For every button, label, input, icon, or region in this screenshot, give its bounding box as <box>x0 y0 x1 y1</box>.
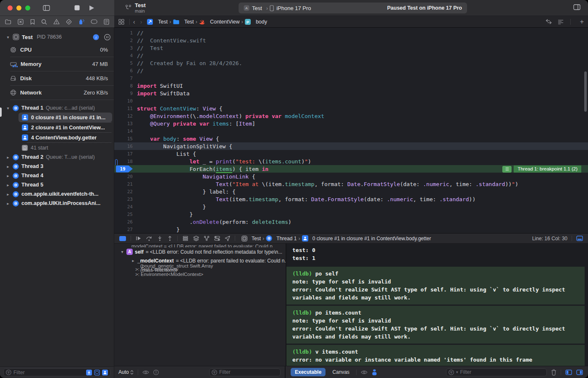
line-number[interactable]: 20 <box>114 174 133 179</box>
close-window-button[interactable] <box>8 5 13 10</box>
breakpoint-actions-icon[interactable]: ☰ <box>502 166 512 173</box>
disclosure-closed-icon[interactable]: ▸ <box>6 201 10 206</box>
debugger-person-icon[interactable] <box>372 369 377 375</box>
scheme-selector[interactable]: A Test › iPhone 17 Pro Paused Test on iP… <box>239 3 467 13</box>
debug-crumb[interactable]: Thread 1 <box>266 235 297 242</box>
disclosure-open-icon[interactable]: ▾ <box>6 106 10 110</box>
line-number[interactable]: 2 <box>114 38 133 43</box>
line-number[interactable]: 27 <box>114 227 133 232</box>
line-number[interactable]: 21 <box>114 181 133 187</box>
thread-row[interactable]: ▸Thread 4 <box>0 171 114 180</box>
debug-crumb[interactable]: Test <box>242 236 261 242</box>
stack-frame-row[interactable]: 41 start <box>18 143 112 152</box>
search-icon[interactable] <box>41 19 47 25</box>
disclosure-closed-icon[interactable]: ▸ <box>131 258 135 263</box>
disclosure-open-icon[interactable]: ▾ <box>6 35 10 39</box>
thread-row[interactable]: ▸com.apple.uikit.eventfetch-th... <box>0 189 114 199</box>
jumpbar-crumb-body[interactable]: Pbody <box>245 19 267 25</box>
toggle-right-inspector-icon[interactable] <box>573 4 580 10</box>
jumpbar-crumb-test[interactable]: Test <box>173 19 194 25</box>
variables-filter-field[interactable]: Filter <box>209 368 281 376</box>
gauge-row-memory[interactable]: Memory47 MB <box>10 57 114 71</box>
line-number[interactable]: 11 <box>114 106 133 111</box>
line-number[interactable]: 14 <box>114 129 133 134</box>
gauge-row-network[interactable]: NetworkZero KB/s <box>10 86 114 100</box>
process-row[interactable]: ▾ Test PID 78636 i <box>6 32 110 42</box>
filter-person-toggle-icon[interactable] <box>102 370 108 375</box>
show-variables-panel-icon[interactable] <box>565 370 572 375</box>
line-number[interactable]: 4 <box>114 53 133 58</box>
toggle-left-sidebar-icon[interactable] <box>43 5 50 11</box>
editor-scrollbar[interactable] <box>584 71 587 112</box>
test-navigator-icon[interactable] <box>66 19 72 25</box>
jumpbar-crumb-contentview[interactable]: ContentView <box>199 19 240 25</box>
line-number[interactable]: 1 <box>114 30 133 36</box>
stack-frame-row[interactable]: 0 closure #1 in closure #1 in... <box>18 113 112 122</box>
step-over-icon[interactable] <box>146 236 152 241</box>
issue-navigator-icon[interactable] <box>53 19 60 24</box>
simulate-location-icon[interactable] <box>225 236 230 241</box>
show-console-panel-icon[interactable] <box>576 370 583 375</box>
continue-execution-icon[interactable] <box>136 236 141 241</box>
info-badge-icon[interactable]: i <box>93 34 99 40</box>
disclosure-closed-icon[interactable]: ▸ <box>6 164 10 169</box>
line-number[interactable]: 9 <box>114 91 133 96</box>
thread-row[interactable]: ▸Thread 5 <box>0 180 114 189</box>
step-out-icon[interactable] <box>167 236 173 241</box>
environment-overrides-icon[interactable] <box>214 236 220 241</box>
canvas-scope-button[interactable]: Canvas <box>330 368 352 376</box>
run-button[interactable] <box>89 5 94 11</box>
minimap-icon[interactable] <box>558 19 564 24</box>
thread-row[interactable]: ▾Thread 1Queue: c...ad (serial) <box>0 103 114 113</box>
line-number[interactable]: 17 <box>114 151 133 157</box>
network-conditions-icon[interactable] <box>204 236 210 241</box>
stop-button[interactable] <box>74 5 80 10</box>
line-number[interactable]: 7 <box>114 76 133 81</box>
eye-icon[interactable] <box>361 370 368 375</box>
add-editor-icon[interactable]: + <box>580 18 584 26</box>
hide-debug-area-icon[interactable] <box>119 236 126 241</box>
zoom-window-button[interactable] <box>25 5 30 10</box>
project-navigator-icon[interactable] <box>5 19 11 24</box>
variables-view[interactable]: _modelContext = <LLDB error: parent fail… <box>114 244 286 366</box>
executable-scope-button[interactable]: Executable <box>291 368 326 376</box>
back-icon[interactable]: ‹ <box>133 18 135 25</box>
thread-row[interactable]: ▸com.apple.UIKit.inProcessAni... <box>0 199 114 208</box>
line-number[interactable]: 25 <box>114 212 133 217</box>
memory-graph-icon[interactable] <box>193 236 199 241</box>
clear-console-icon[interactable] <box>551 369 556 375</box>
disclosure-closed-icon[interactable]: ▸ <box>6 192 10 197</box>
forward-icon[interactable]: › <box>140 18 142 25</box>
breakpoint-hit-badge[interactable]: ☰Thread 1: breakpoint 1.1 (2) <box>502 165 581 173</box>
thread-row[interactable]: ▸Thread 2Queue: T...ue (serial) <box>0 152 114 162</box>
filter-window-toggle-icon[interactable] <box>94 370 100 375</box>
line-number[interactable]: 10 <box>114 98 133 104</box>
stack-frame-row[interactable]: 2 closure #1 in ContentView... <box>18 123 112 132</box>
bookmark-navigator-icon[interactable] <box>30 19 35 25</box>
line-number[interactable]: 6 <box>114 68 133 74</box>
info-icon[interactable] <box>153 370 159 375</box>
disclosure-closed-icon[interactable]: ▸ <box>6 173 10 178</box>
source-editor[interactable]: 1//2// ContentView.swift3// Test4//5// C… <box>114 28 588 233</box>
gauge-row-disk[interactable]: Disk448 KB/s <box>10 71 114 86</box>
line-number[interactable]: 13 <box>114 121 133 126</box>
filter-flag-toggle-icon[interactable] <box>86 370 92 375</box>
line-number[interactable]: 22 <box>114 189 133 194</box>
debug-crumb[interactable]: 0 closure #1 in closure #1 in ContentVie… <box>302 235 431 242</box>
jumpbar-crumb-test[interactable]: Test <box>147 19 168 25</box>
breakpoint-navigator-icon[interactable] <box>91 19 97 24</box>
disclosure-closed-icon[interactable]: ▸ <box>6 183 10 187</box>
line-number[interactable]: 24 <box>114 204 133 210</box>
step-into-icon[interactable] <box>157 236 163 241</box>
pause-process-icon[interactable] <box>104 34 110 40</box>
variable-scope-select[interactable]: Auto <box>118 369 134 375</box>
disclosure-open-icon[interactable]: ▾ <box>120 249 124 254</box>
line-number[interactable]: 5 <box>114 60 133 66</box>
line-number[interactable]: 16 <box>114 144 133 149</box>
line-number[interactable]: 15 <box>114 136 133 142</box>
debug-navigator-icon[interactable] <box>79 18 84 25</box>
report-navigator-icon[interactable] <box>104 19 109 25</box>
minimize-window-button[interactable] <box>16 5 21 10</box>
line-number[interactable]: 23 <box>114 197 133 202</box>
line-number[interactable]: 8 <box>114 83 133 89</box>
